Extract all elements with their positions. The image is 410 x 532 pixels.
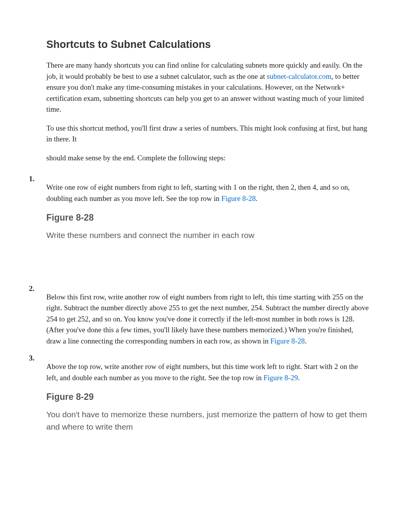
intro-paragraph-1: There are many handy shortcuts you can f… bbox=[46, 60, 369, 115]
step-3-content: Above the top row, write another row of … bbox=[46, 354, 381, 522]
figure-8-28-label: Figure 8-28 bbox=[46, 212, 369, 223]
figure-8-29-caption: You don't have to memorize these numbers… bbox=[46, 408, 369, 433]
step-3-text: Above the top row, write another row of … bbox=[46, 361, 369, 383]
step-2-content: Below this first row, write another row … bbox=[46, 284, 381, 347]
step-3-text-after: . bbox=[298, 374, 300, 382]
step-3-text-before: Above the top row, write another row of … bbox=[46, 362, 358, 382]
step-1-content: Write one row of eight numbers from righ… bbox=[46, 174, 381, 272]
step-1-text-before: Write one row of eight numbers from righ… bbox=[46, 183, 350, 202]
step-1-number: 1. bbox=[29, 174, 46, 272]
figure-8-28-ref-2[interactable]: Figure 8-28 bbox=[270, 337, 305, 345]
step-1-text: Write one row of eight numbers from righ… bbox=[46, 182, 369, 204]
step-1-container: 1. Write one row of eight numbers from r… bbox=[29, 174, 381, 272]
step-3-number: 3. bbox=[29, 354, 46, 522]
intro-paragraph-3: should make sense by the end. Complete t… bbox=[46, 153, 369, 164]
subnet-calculator-link[interactable]: subnet-calculator.com bbox=[267, 72, 331, 80]
section-heading: Shortcuts to Subnet Calculations bbox=[46, 39, 381, 51]
step-1-text-after: . bbox=[256, 194, 258, 202]
figure-8-29-ref[interactable]: Figure 8-29 bbox=[263, 374, 298, 382]
step-2-text-after: . bbox=[305, 337, 307, 345]
step-2-text-before: Below this first row, write another row … bbox=[46, 293, 369, 345]
step-2-number: 2. bbox=[29, 284, 46, 347]
figure-8-28-caption: Write these numbers and connect the numb… bbox=[46, 229, 369, 241]
step-3-container: 3. Above the top row, write another row … bbox=[29, 354, 381, 522]
step-2-text: Below this first row, write another row … bbox=[46, 292, 369, 347]
intro-paragraph-2: To use this shortcut method, you'll firs… bbox=[46, 123, 369, 145]
figure-8-29-label: Figure 8-29 bbox=[46, 392, 369, 402]
figure-8-28-ref[interactable]: Figure 8-28 bbox=[221, 194, 256, 202]
step-2-container: 2. Below this first row, write another r… bbox=[29, 284, 381, 347]
